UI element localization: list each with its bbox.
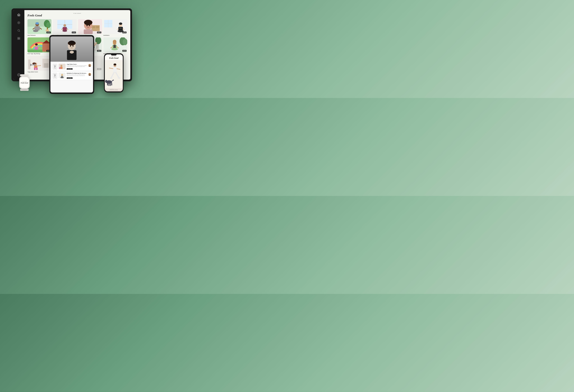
watch-cursive: Feels Good [21,82,28,84]
schedule-avatar-1 [88,64,91,67]
svg-point-40 [89,26,91,28]
svg-rect-6 [18,38,19,39]
svg-point-113 [69,41,75,44]
svg-point-37 [86,25,88,26]
phone-cursive: Feels Good [106,57,122,59]
sidebar-item-home[interactable] [17,13,21,17]
duration-badge-3: 09:14 [97,32,101,33]
svg-rect-103 [36,67,38,70]
svg-rect-146 [110,83,111,86]
svg-rect-98 [44,63,48,68]
sidebar-item-play[interactable] [17,21,21,25]
duration-badge-7: 08:13 [97,50,101,52]
tablet-body: SEP 7 THU [49,35,94,94]
video-card-yoga-pilates[interactable]: Yoga pilates fusion [27,56,51,73]
svg-point-39 [85,26,87,28]
svg-point-2 [18,29,20,31]
sidebar-item-search[interactable] [17,29,21,33]
svg-point-90 [113,40,116,43]
svg-point-117 [70,51,74,54]
sidebar-item-layout[interactable] [17,37,21,40]
svg-line-3 [19,31,20,32]
video-card-new-releases[interactable]: 14:04 New Releases [27,19,51,36]
svg-point-30 [62,30,67,32]
video-title-5: Kids Yoga: Big feelings [27,53,51,54]
svg-rect-33 [92,26,95,28]
duration-badge-2: 12:34 [72,32,76,33]
svg-rect-144 [107,83,108,85]
svg-point-47 [119,22,122,25]
schedule-dow-2: THU [54,77,56,78]
video-title-9: Yoga pilates fusion [27,71,51,73]
svg-point-18 [33,30,38,32]
svg-point-16 [35,22,39,24]
schedule-item-1[interactable]: SEP 7 THU [52,63,92,71]
schedule-day-1: 7 [54,66,56,68]
svg-rect-34 [96,26,99,28]
watch-strap-top [20,74,29,76]
uscreen-text: powered by uscreen [110,89,118,90]
tablet-device: SEP 7 THU [49,35,94,94]
tablet-screen: SEP 7 THU [50,37,93,92]
schedule-thumb-1 [59,64,66,69]
tablet-video-area [50,37,93,62]
phone-yoga-image: powered by powered by uscreen [105,60,123,91]
svg-point-115 [72,45,74,47]
schedule-item-2[interactable]: SEP 7 THU [52,72,92,80]
schedule-btn-1[interactable]: Learn More [67,68,73,70]
svg-point-140 [110,77,112,79]
svg-point-126 [61,74,63,76]
svg-rect-147 [111,83,112,85]
video-card-meditation-all[interactable]: 10:34 Meditation for all [103,37,127,54]
svg-point-57 [35,43,38,45]
svg-point-14 [45,29,49,32]
watch-device: FIND WHAT Feels Good [17,74,31,91]
svg-point-38 [89,25,90,26]
svg-point-36 [84,20,92,25]
video-card-kids-yoga[interactable]: 23:12 Kids Yoga: Big feelings [27,37,51,54]
svg-point-93 [111,48,118,50]
schedule-btn-2[interactable]: Learn More [67,77,73,79]
duration-badge-11: 23:54 [97,68,101,70]
svg-rect-4 [18,37,19,38]
video-card-medidation[interactable]: 21:10 Medidation [103,19,127,36]
schedule-info-2: Meditation For Balancing The Nervous Sys… [67,73,87,79]
schedule-avatar-2 [88,73,91,76]
svg-point-134 [114,63,116,65]
svg-rect-105 [28,60,30,69]
svg-rect-7 [19,38,20,39]
svg-rect-108 [34,64,35,66]
phone-uscreen-badge: powered by powered by uscreen [110,89,118,90]
logo-cursive: Feels Good [27,14,127,17]
svg-rect-121 [59,67,61,69]
video-title-1: New Releases [27,35,51,36]
svg-point-123 [89,64,90,66]
svg-rect-107 [30,64,31,66]
svg-point-143 [105,80,107,83]
svg-point-141 [118,77,121,79]
watch-screen: FIND WHAT Feels Good [20,77,29,88]
schedule-desc-1: A combination class of two top informati… [67,65,87,67]
svg-point-27 [63,28,66,30]
tablet-schedule: SEP 7 THU [50,62,93,92]
tv-sidebar [13,10,24,80]
svg-marker-1 [19,22,19,23]
schedule-dow-1: THU [54,68,56,68]
video-card-what-you-seek[interactable]: 09:14 What you seek [78,19,102,36]
tv-device: FIND WHAT Feels Good [12,8,132,90]
svg-point-114 [70,45,71,47]
video-row-1: 14:04 New Releases [27,19,127,36]
svg-rect-58 [35,47,38,50]
duration-badge-4: 21:10 [122,32,126,33]
duration-badge-8: 10:34 [122,50,126,52]
svg-rect-5 [19,37,20,38]
phone-notch [111,54,117,56]
video-card-prenatal[interactable]: 12:34 Prenatal Yoga [53,19,77,36]
svg-point-130 [89,73,90,75]
svg-rect-120 [60,67,62,69]
svg-rect-145 [108,83,109,86]
header-logo: FIND WHAT Feels Good [27,13,127,17]
svg-point-12 [46,22,51,28]
schedule-day-2: 7 [54,75,56,77]
schedule-desc-2: Take time to check in with your breath a… [67,74,87,76]
